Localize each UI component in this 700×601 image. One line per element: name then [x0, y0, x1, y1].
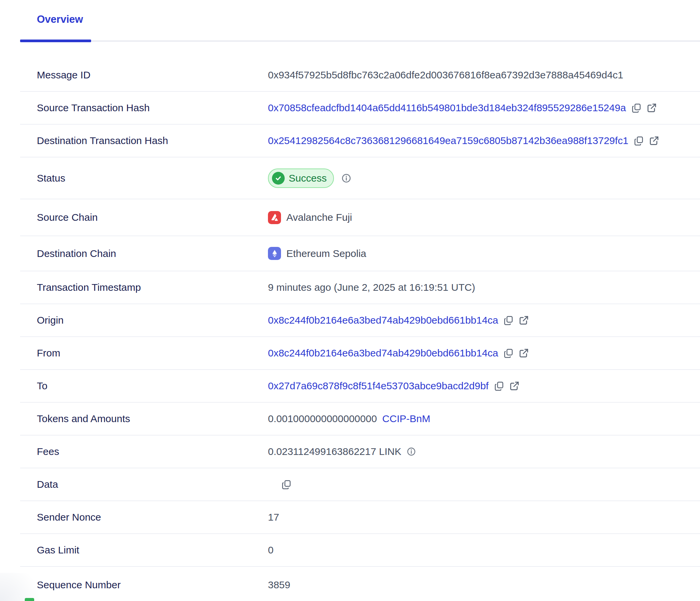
row-sequence-number: Sequence Number 3859 — [20, 567, 700, 601]
token-symbol-link[interactable]: CCIP-BnM — [382, 413, 430, 425]
field-label: Sender Nonce — [37, 511, 268, 523]
source-chain-name: Avalanche Fuji — [286, 211, 352, 223]
row-status: Status Success — [20, 157, 700, 199]
copy-icon[interactable] — [281, 479, 292, 490]
avalanche-icon — [268, 211, 281, 224]
from-address-link[interactable]: 0x8c244f0b2164e6a3bed74ab429b0ebd661bb14… — [268, 347, 498, 359]
row-from: From 0x8c244f0b2164e6a3bed74ab429b0ebd66… — [20, 337, 700, 370]
field-label: Data — [37, 478, 268, 491]
row-message-id: Message ID 0x934f57925b5d8fbc763c2a06dfe… — [20, 59, 700, 92]
fees-value: 0.023112499163862217 LINK — [268, 446, 401, 458]
field-label: Sequence Number — [37, 579, 268, 591]
to-address-link[interactable]: 0x27d7a69c878f9c8f51f4e53703abce9bacd2d9… — [268, 380, 489, 392]
external-link-icon[interactable] — [519, 315, 529, 325]
field-label: Gas Limit — [37, 544, 268, 556]
ethereum-icon — [268, 247, 281, 260]
status-badge: Success — [268, 169, 334, 188]
field-label: Destination Transaction Hash — [37, 135, 268, 147]
row-transaction-timestamp: Transaction Timestamp 9 minutes ago (Jun… — [20, 271, 700, 304]
row-fees: Fees 0.023112499163862217 LINK — [20, 435, 700, 468]
field-label: From — [37, 347, 268, 359]
field-label: Destination Chain — [37, 248, 268, 260]
check-circle-icon — [272, 172, 285, 184]
row-source-chain: Source Chain Avalanche Fuji — [20, 199, 700, 236]
info-icon[interactable] — [407, 447, 416, 456]
info-icon[interactable] — [341, 173, 351, 183]
transaction-overview-table: Message ID 0x934f57925b5d8fbc763c2a06dfe… — [20, 42, 700, 601]
field-label: Transaction Timestamp — [37, 281, 268, 294]
status-badge-label: Success — [289, 172, 327, 184]
message-id-value: 0x934f57925b5d8fbc763c2a06dfe2d003676816… — [268, 69, 623, 81]
gas-limit-value: 0 — [268, 544, 274, 556]
row-sender-nonce: Sender Nonce 17 — [20, 501, 700, 534]
field-label: Source Chain — [37, 211, 268, 223]
external-link-icon[interactable] — [647, 103, 657, 113]
external-link-icon[interactable] — [519, 348, 529, 358]
destination-tx-hash-link[interactable]: 0x25412982564c8c7363681296681649ea7159c6… — [268, 135, 628, 147]
external-link-icon[interactable] — [509, 381, 520, 391]
source-tx-hash-link[interactable]: 0x70858cfeadcfbd1404a65dd4116b549801bde3… — [268, 102, 626, 114]
field-label: Status — [37, 172, 268, 184]
copy-icon[interactable] — [503, 348, 514, 358]
row-to: To 0x27d7a69c878f9c8f51f4e53703abce9bacd… — [20, 370, 700, 403]
copy-icon[interactable] — [503, 315, 514, 325]
row-data: Data — [20, 468, 700, 501]
transaction-timestamp-value: 9 minutes ago (June 2, 2025 at 16:19:51 … — [268, 281, 475, 294]
row-source-tx-hash: Source Transaction Hash 0x70858cfeadcfbd… — [20, 92, 700, 125]
field-label: Source Transaction Hash — [37, 102, 268, 114]
copy-icon[interactable] — [634, 136, 644, 146]
field-label: To — [37, 380, 268, 392]
field-label: Tokens and Amounts — [37, 413, 268, 425]
tab-overview[interactable]: Overview — [37, 14, 83, 25]
destination-chain-name: Ethereum Sepolia — [286, 248, 366, 260]
token-amount-value: 0.001000000000000000 — [268, 413, 377, 425]
row-destination-tx-hash: Destination Transaction Hash 0x254129825… — [20, 125, 700, 157]
sender-nonce-value: 17 — [268, 511, 279, 523]
row-tokens-and-amounts: Tokens and Amounts 0.001000000000000000 … — [20, 403, 700, 435]
bottom-edge-partial-element — [25, 598, 34, 601]
sequence-number-value: 3859 — [268, 579, 291, 591]
row-gas-limit: Gas Limit 0 — [20, 534, 700, 567]
field-label: Message ID — [37, 69, 268, 81]
origin-address-link[interactable]: 0x8c244f0b2164e6a3bed74ab429b0ebd661bb14… — [268, 314, 498, 326]
field-label: Origin — [37, 314, 268, 326]
row-origin: Origin 0x8c244f0b2164e6a3bed74ab429b0ebd… — [20, 304, 700, 337]
copy-icon[interactable] — [631, 103, 642, 113]
row-destination-chain: Destination Chain Ethereum Sepolia — [20, 236, 700, 271]
external-link-icon[interactable] — [649, 136, 659, 146]
copy-icon[interactable] — [494, 381, 504, 391]
tab-bar: Overview — [20, 0, 700, 42]
field-label: Fees — [37, 446, 268, 458]
